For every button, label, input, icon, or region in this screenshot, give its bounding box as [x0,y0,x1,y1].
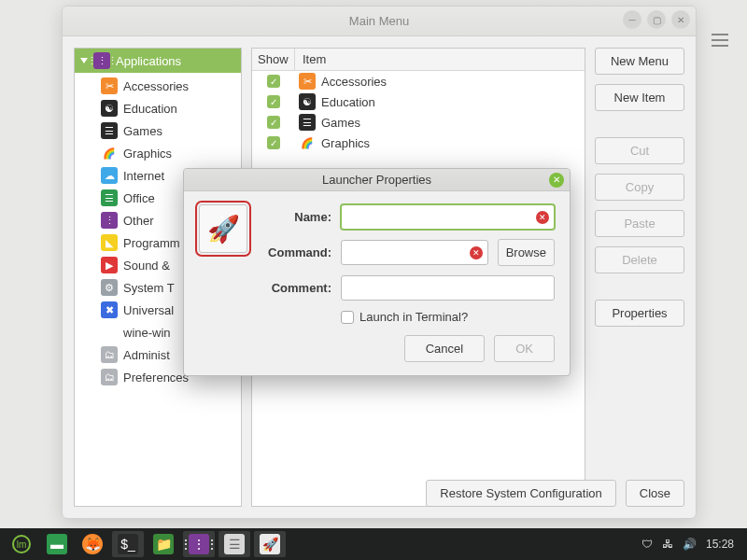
cut-button[interactable]: Cut [595,137,684,164]
tree-item[interactable]: ✂Accessories [75,75,241,97]
clear-icon[interactable]: ✕ [536,211,549,224]
minimize-icon[interactable]: ─ [623,10,641,29]
tree-item[interactable]: ☰Games [75,119,241,142]
browse-button[interactable]: Browse [498,239,555,266]
category-icon: ☁ [101,167,118,184]
firefox-button[interactable]: 🦊 [77,531,108,557]
terminal-label: Launch in Terminal? [359,310,468,324]
item-label: Accessories [321,75,387,89]
tree-item-label: Other [123,214,154,228]
command-input[interactable] [341,240,488,265]
item-label: Education [321,95,375,109]
category-icon: ▶ [101,257,118,273]
list-row[interactable]: ✓ 🌈Graphics [252,133,585,153]
clear-icon[interactable]: ✕ [470,246,483,259]
restore-button[interactable]: Restore System Configuration [426,480,615,507]
window-controls: ─ ▢ ✕ [623,10,690,29]
checkbox-icon[interactable]: ✓ [267,75,280,88]
titlebar[interactable]: Main Menu ─ ▢ ✕ [63,7,696,36]
grid-icon: ⋮⋮⋮ [93,52,110,69]
item-label: Games [321,116,360,130]
close-icon[interactable]: ✕ [671,10,690,29]
category-icon: ⋮⋮⋮ [101,212,118,229]
tree-item-label: Programm [123,236,180,250]
checkbox-icon[interactable]: ✓ [267,136,280,149]
dialog-titlebar[interactable]: Launcher Properties ✕ [184,169,570,191]
tree-item-label: Internet [123,169,164,183]
cancel-button[interactable]: Cancel [404,335,485,362]
tree-item-label: Office [123,191,155,205]
dialog-close-icon[interactable]: ✕ [549,173,564,188]
tree-item-label: Education [123,102,177,116]
command-label: Command: [261,245,331,259]
taskbar: lm ▬ 🦊 $_ 📁 ⋮⋮⋮ ☰ 🚀 🛡 🖧 🔊 15:28 [0,528,747,560]
comment-label: Comment: [261,281,331,295]
tree-item[interactable]: 🌈Graphics [75,142,241,164]
rocket-icon: 🚀 [207,214,240,245]
footer: Restore System Configuration Close [426,480,684,507]
tree-item-label: System T [123,281,175,295]
category-icon: ✂ [101,77,118,94]
category-icon: ☰ [101,122,118,139]
category-icon: ◣ [101,234,118,251]
tree-item-label: Games [123,124,162,138]
show-desktop-button[interactable]: ▬ [41,531,73,557]
terminal-checkbox[interactable] [341,311,354,324]
list-row[interactable]: ✓ ☯Education [252,91,585,112]
checkbox-icon[interactable]: ✓ [267,116,280,129]
category-icon: ✂ [299,73,316,90]
col-item[interactable]: Item [295,49,585,70]
shield-icon[interactable]: 🛡 [641,538,653,551]
category-icon: 🌈 [101,145,118,161]
tree-item-label: Universal [123,303,174,317]
properties-button[interactable]: Properties [595,300,684,327]
launcher-properties-dialog: Launcher Properties ✕ 🚀 Name: ✕ Command:… [183,168,571,376]
launcher-taskbar-button[interactable]: 🚀 [254,531,286,557]
tree-item[interactable]: ☯Education [75,97,241,119]
checkbox-icon[interactable]: ✓ [267,95,280,108]
menu-icon[interactable] [712,34,728,47]
category-icon: ☯ [299,93,316,110]
category-icon: 🌈 [299,134,316,151]
maximize-icon[interactable]: ▢ [647,10,666,29]
item-label: Graphics [321,136,370,150]
tree-item-label: wine-win [123,326,171,340]
category-icon: ⚙ [101,279,118,296]
category-icon: ☰ [299,114,316,131]
list-row[interactable]: ✓ ☰Games [252,112,585,133]
category-icon: ☯ [101,100,118,117]
new-menu-button[interactable]: New Menu [595,48,684,75]
category-icon [101,324,118,341]
terminal-button[interactable]: $_ [112,531,144,557]
main-menu-taskbar-button[interactable]: ⋮⋮⋮ [183,531,215,557]
paste-button[interactable]: Paste [595,210,684,237]
mint-menu-button[interactable]: lm [6,531,37,557]
ok-button[interactable]: OK [494,335,555,362]
clock[interactable]: 15:28 [706,538,734,551]
launcher-icon-button[interactable]: 🚀 [199,204,247,253]
network-icon[interactable]: 🖧 [662,538,673,551]
category-icon: ☰ [101,189,118,206]
tree-item-label: Accessories [123,79,189,93]
tree-item-label: Preferences [123,371,189,385]
comment-input[interactable] [341,275,555,301]
close-button[interactable]: Close [626,480,684,507]
volume-icon[interactable]: 🔊 [683,538,697,551]
delete-button[interactable]: Delete [595,246,684,273]
list-taskbar-button[interactable]: ☰ [218,531,250,557]
window-title: Main Menu [349,14,409,28]
action-pane: New Menu New Item Cut Copy Paste Delete … [595,48,684,507]
name-input[interactable] [341,204,555,230]
col-show[interactable]: Show [252,49,295,70]
svg-text:lm: lm [17,539,27,550]
list-header: Show Item [252,49,585,71]
tree-header-applications[interactable]: ⋮⋮⋮ Applications [75,49,241,73]
category-icon: 🗂 [101,369,118,385]
list-row[interactable]: ✓ ✂Accessories [252,71,585,91]
files-button[interactable]: 📁 [148,531,179,557]
new-item-button[interactable]: New Item [595,84,684,111]
tree-header-label: Applications [116,54,181,68]
copy-button[interactable]: Copy [595,174,684,201]
name-label: Name: [261,210,331,224]
tree-item-label: Sound & [123,259,170,273]
